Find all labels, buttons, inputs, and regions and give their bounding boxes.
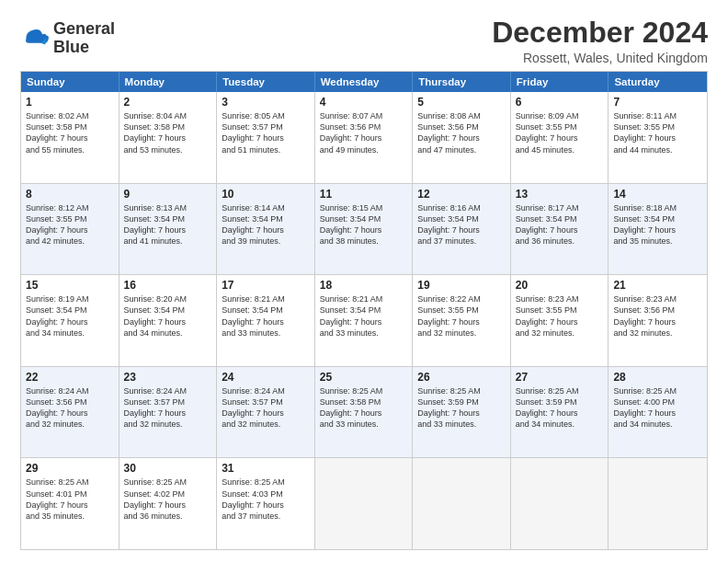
- calendar-week-3: 15 Sunrise: 8:19 AM Sunset: 3:54 PM Dayl…: [21, 274, 707, 366]
- logo: General Blue: [20, 20, 115, 57]
- title-block: December 2024 Rossett, Wales, United Kin…: [492, 17, 708, 65]
- cal-cell-21: 21 Sunrise: 8:23 AM Sunset: 3:56 PM Dayl…: [609, 275, 707, 366]
- cal-cell-23: 23 Sunrise: 8:24 AM Sunset: 3:57 PM Dayl…: [119, 367, 218, 458]
- cal-cell-18: 18 Sunrise: 8:21 AM Sunset: 3:54 PM Dayl…: [315, 275, 414, 366]
- page: General Blue December 2024 Rossett, Wale…: [0, 0, 728, 563]
- cal-cell-15: 15 Sunrise: 8:19 AM Sunset: 3:54 PM Dayl…: [21, 275, 119, 366]
- cal-cell-3: 3 Sunrise: 8:05 AM Sunset: 3:57 PM Dayli…: [217, 92, 315, 183]
- cal-cell-29: 29 Sunrise: 8:25 AM Sunset: 4:01 PM Dayl…: [21, 458, 119, 549]
- cal-cell-16: 16 Sunrise: 8:20 AM Sunset: 3:54 PM Dayl…: [119, 275, 218, 366]
- cal-cell-26: 26 Sunrise: 8:25 AM Sunset: 3:59 PM Dayl…: [413, 367, 511, 458]
- cal-cell-2: 2 Sunrise: 8:04 AM Sunset: 3:58 PM Dayli…: [119, 92, 218, 183]
- cal-cell-14: 14 Sunrise: 8:18 AM Sunset: 3:54 PM Dayl…: [609, 184, 707, 275]
- cal-cell-31: 31 Sunrise: 8:25 AM Sunset: 4:03 PM Dayl…: [217, 458, 315, 549]
- header-saturday: Saturday: [609, 72, 707, 92]
- cal-cell-5: 5 Sunrise: 8:08 AM Sunset: 3:56 PM Dayli…: [413, 92, 511, 183]
- cal-cell-17: 17 Sunrise: 8:21 AM Sunset: 3:54 PM Dayl…: [217, 275, 315, 366]
- cal-cell-25: 25 Sunrise: 8:25 AM Sunset: 3:58 PM Dayl…: [315, 367, 414, 458]
- cal-cell-9: 9 Sunrise: 8:13 AM Sunset: 3:54 PM Dayli…: [119, 184, 218, 275]
- cal-cell-12: 12 Sunrise: 8:16 AM Sunset: 3:54 PM Dayl…: [413, 184, 511, 275]
- calendar-week-2: 8 Sunrise: 8:12 AM Sunset: 3:55 PM Dayli…: [21, 183, 707, 275]
- calendar-body: 1 Sunrise: 8:02 AM Sunset: 3:58 PM Dayli…: [21, 92, 707, 549]
- cal-cell-10: 10 Sunrise: 8:14 AM Sunset: 3:54 PM Dayl…: [217, 184, 315, 275]
- calendar-week-4: 22 Sunrise: 8:24 AM Sunset: 3:56 PM Dayl…: [21, 366, 707, 458]
- calendar: Sunday Monday Tuesday Wednesday Thursday…: [20, 71, 708, 550]
- subtitle: Rossett, Wales, United Kingdom: [492, 51, 708, 65]
- cal-cell-11: 11 Sunrise: 8:15 AM Sunset: 3:54 PM Dayl…: [315, 184, 414, 275]
- calendar-header: Sunday Monday Tuesday Wednesday Thursday…: [21, 72, 707, 92]
- calendar-week-5: 29 Sunrise: 8:25 AM Sunset: 4:01 PM Dayl…: [21, 457, 707, 549]
- cal-cell-6: 6 Sunrise: 8:09 AM Sunset: 3:55 PM Dayli…: [511, 92, 609, 183]
- header-sunday: Sunday: [21, 72, 119, 92]
- header-row: General Blue December 2024 Rossett, Wale…: [20, 17, 708, 65]
- cal-cell-1: 1 Sunrise: 8:02 AM Sunset: 3:58 PM Dayli…: [21, 92, 119, 183]
- cal-cell-4: 4 Sunrise: 8:07 AM Sunset: 3:56 PM Dayli…: [315, 92, 414, 183]
- cal-cell-empty: [609, 458, 707, 549]
- cal-cell-19: 19 Sunrise: 8:22 AM Sunset: 3:55 PM Dayl…: [413, 275, 511, 366]
- main-title: December 2024: [492, 17, 708, 49]
- cal-cell-empty: [413, 458, 511, 549]
- cal-cell-empty: [511, 458, 609, 549]
- header-wednesday: Wednesday: [315, 72, 414, 92]
- logo-icon: [20, 24, 50, 53]
- header-monday: Monday: [119, 72, 218, 92]
- cal-cell-27: 27 Sunrise: 8:25 AM Sunset: 3:59 PM Dayl…: [511, 367, 609, 458]
- header-thursday: Thursday: [413, 72, 511, 92]
- cal-cell-30: 30 Sunrise: 8:25 AM Sunset: 4:02 PM Dayl…: [119, 458, 218, 549]
- cal-cell-8: 8 Sunrise: 8:12 AM Sunset: 3:55 PM Dayli…: [21, 184, 119, 275]
- calendar-week-1: 1 Sunrise: 8:02 AM Sunset: 3:58 PM Dayli…: [21, 92, 707, 183]
- cal-cell-7: 7 Sunrise: 8:11 AM Sunset: 3:55 PM Dayli…: [609, 92, 707, 183]
- cal-cell-empty: [315, 458, 414, 549]
- cal-cell-13: 13 Sunrise: 8:17 AM Sunset: 3:54 PM Dayl…: [511, 184, 609, 275]
- header-tuesday: Tuesday: [217, 72, 315, 92]
- logo-text: General Blue: [53, 20, 115, 57]
- cal-cell-22: 22 Sunrise: 8:24 AM Sunset: 3:56 PM Dayl…: [21, 367, 119, 458]
- header-friday: Friday: [511, 72, 609, 92]
- cal-cell-24: 24 Sunrise: 8:24 AM Sunset: 3:57 PM Dayl…: [217, 367, 315, 458]
- cal-cell-20: 20 Sunrise: 8:23 AM Sunset: 3:55 PM Dayl…: [511, 275, 609, 366]
- cal-cell-28: 28 Sunrise: 8:25 AM Sunset: 4:00 PM Dayl…: [609, 367, 707, 458]
